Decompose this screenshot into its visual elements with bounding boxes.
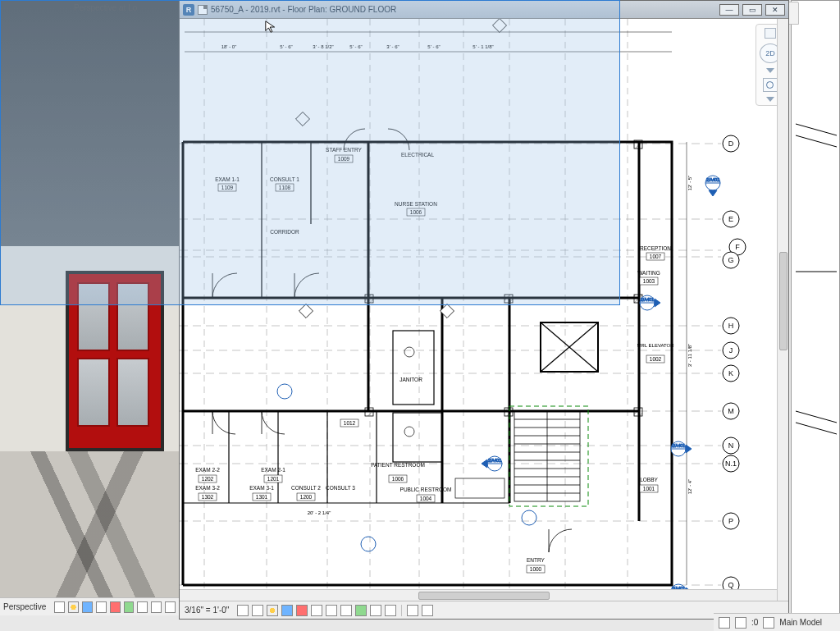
svg-text:D: D <box>728 139 734 148</box>
perspective-scale-label: Perspective <box>3 602 46 611</box>
floor-plan-titlebar[interactable]: R 56750_A - 2019.rvt - Floor Plan: GROUN… <box>180 1 788 19</box>
window-minimize-button[interactable]: — <box>719 4 739 16</box>
svg-text:MRL ELEVATOR: MRL ELEVATOR <box>637 343 674 348</box>
viewcube-menu-icon[interactable] <box>766 68 774 73</box>
svg-line-1 <box>796 135 837 147</box>
reveal-hidden-icon[interactable] <box>355 605 367 616</box>
window-maximize-button[interactable]: ▭ <box>742 4 762 16</box>
main-model-label[interactable]: Main Model <box>779 618 822 627</box>
svg-line-3 <box>796 411 837 423</box>
floor-plan-canvas[interactable]: D E F G H J K M N N.1 P Q <box>180 19 777 601</box>
svg-text:WAITING: WAITING <box>637 270 660 276</box>
svg-text:STAFF ENTRY: STAFF ENTRY <box>326 147 362 153</box>
shadows-icon[interactable] <box>82 601 93 613</box>
svg-marker-184 <box>709 190 717 196</box>
svg-line-4 <box>796 423 837 434</box>
svg-rect-190 <box>299 304 313 318</box>
reveal-icon[interactable] <box>165 601 176 613</box>
shadows-icon[interactable] <box>281 605 293 616</box>
crop-visible-icon[interactable] <box>124 601 135 613</box>
svg-text:N.1: N.1 <box>725 460 737 468</box>
perspective-view-control-bar: Perspective <box>0 597 179 615</box>
zoom-region-icon[interactable] <box>763 78 778 92</box>
sun-path-icon[interactable] <box>267 605 278 616</box>
svg-text:20' - 2 1/4": 20' - 2 1/4" <box>308 510 331 515</box>
svg-text:2/A402: 2/A402 <box>706 177 719 182</box>
sun-path-icon[interactable] <box>68 601 79 613</box>
svg-text:PUBLIC RESTROOM: PUBLIC RESTROOM <box>400 487 452 492</box>
svg-line-0 <box>796 124 837 135</box>
svg-text:F: F <box>735 243 740 251</box>
svg-text:H: H <box>728 322 734 330</box>
visual-style-icon[interactable] <box>252 605 263 616</box>
select-links-icon[interactable] <box>719 617 730 629</box>
svg-text:1301: 1301 <box>256 494 268 500</box>
svg-text:NURSE STATION: NURSE STATION <box>395 201 437 207</box>
svg-text:EXAM 3-1: EXAM 3-1 <box>249 485 274 491</box>
svg-rect-66 <box>393 413 442 462</box>
svg-marker-172 <box>482 460 487 468</box>
visual-style-icon[interactable] <box>54 601 65 613</box>
svg-rect-65 <box>393 331 434 405</box>
crop-icon[interactable] <box>296 605 308 616</box>
app-status-bar: :0 Main Model <box>714 613 840 631</box>
svg-text:ELECTRICAL: ELECTRICAL <box>401 152 434 158</box>
svg-text:1001: 1001 <box>643 486 655 492</box>
svg-text:12' - 4": 12' - 4" <box>687 479 692 495</box>
svg-text:5' - 1 1/8": 5' - 1 1/8" <box>472 44 493 49</box>
temp-hide-icon[interactable] <box>340 605 352 616</box>
home-icon[interactable] <box>765 28 776 39</box>
svg-text:3' - 6": 3' - 6" <box>386 44 399 49</box>
svg-text:2/A401: 2/A401 <box>641 297 654 302</box>
svg-point-187 <box>277 384 292 399</box>
perspective-view[interactable]: Perspective at Lo Perspective <box>0 0 179 615</box>
render-floor <box>0 451 179 599</box>
worksharing-display-icon[interactable] <box>370 605 381 616</box>
annotation-crop-icon[interactable] <box>326 605 337 616</box>
svg-text:N: N <box>728 441 734 450</box>
svg-text:1007: 1007 <box>650 254 662 259</box>
svg-text:1200: 1200 <box>300 494 313 500</box>
svg-text:PATIENT RESTROOM: PATIENT RESTROOM <box>371 462 425 468</box>
render-door <box>66 271 164 451</box>
highlight-displacement-icon[interactable] <box>422 605 433 616</box>
scrollbar-thumb[interactable] <box>418 592 550 600</box>
svg-text:EXAM 2-1: EXAM 2-1 <box>261 467 285 473</box>
crop-icon[interactable] <box>110 601 121 613</box>
svg-rect-94 <box>634 140 642 149</box>
crop-region-visible-icon[interactable] <box>311 605 322 616</box>
filter-icon[interactable] <box>763 617 774 629</box>
svg-text:2/A401: 2/A401 <box>488 458 501 463</box>
scrollbar-horizontal[interactable] <box>180 589 777 601</box>
selection-count: :0 <box>751 618 758 627</box>
svg-text:CORRIDOR: CORRIDOR <box>270 229 299 235</box>
nav-menu-icon[interactable] <box>766 97 774 102</box>
svg-text:EXAM 2-2: EXAM 2-2 <box>195 467 220 473</box>
revit-icon: R <box>183 4 194 16</box>
rendering-icon[interactable] <box>96 601 107 613</box>
svg-text:EXAM 1-1: EXAM 1-1 <box>215 176 240 182</box>
svg-text:12' - 5": 12' - 5" <box>687 176 692 191</box>
svg-text:1004: 1004 <box>420 496 432 501</box>
svg-rect-88 <box>365 295 373 303</box>
svg-text:CONSULT 3: CONSULT 3 <box>326 485 355 491</box>
lock-icon[interactable] <box>137 601 148 613</box>
window-close-button[interactable]: ✕ <box>765 4 785 16</box>
svg-point-185 <box>361 537 376 551</box>
show-analytical-icon[interactable] <box>407 605 418 616</box>
svg-text:1201: 1201 <box>267 476 280 482</box>
svg-rect-82 <box>509 406 588 506</box>
svg-text:1302: 1302 <box>202 494 214 500</box>
constraints-icon[interactable] <box>385 605 396 616</box>
scale-label[interactable]: 3/16" = 1'-0" <box>185 606 229 615</box>
floor-plan-window: R 56750_A - 2019.rvt - Floor Plan: GROUN… <box>179 0 789 620</box>
detail-level-icon[interactable] <box>237 605 249 616</box>
scrollbar-vertical[interactable] <box>777 19 788 601</box>
svg-text:1108: 1108 <box>279 185 291 190</box>
svg-rect-188 <box>296 112 310 126</box>
svg-text:1009: 1009 <box>338 156 350 162</box>
select-underlay-icon[interactable] <box>735 617 746 629</box>
scrollbar-thumb[interactable] <box>779 252 788 350</box>
svg-marker-168 <box>655 299 660 307</box>
temp-hide-icon[interactable] <box>151 601 162 613</box>
